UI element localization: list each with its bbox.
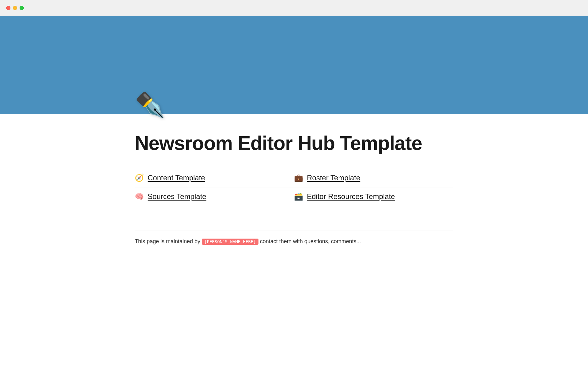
footer-text: This page is maintained by [PERSON'S NAM… — [135, 237, 453, 246]
page-title: Newsroom Editor Hub Template — [135, 132, 453, 154]
editor-resources-template-label: Editor Resources Template — [307, 192, 395, 201]
minimize-button[interactable] — [13, 6, 17, 10]
footer-placeholder: [PERSON'S NAME HERE] — [202, 239, 258, 245]
footer-area: This page is maintained by [PERSON'S NAM… — [135, 231, 453, 246]
sources-template-link[interactable]: 🧠 Sources Template — [135, 187, 294, 206]
footer-text-after: contact them with questions, comments... — [258, 238, 361, 244]
sources-template-label: Sources Template — [148, 192, 206, 201]
roster-template-label: Roster Template — [307, 174, 360, 182]
editor-resources-template-link[interactable]: 🗃️ Editor Resources Template — [294, 187, 453, 206]
roster-template-icon: 💼 — [294, 174, 303, 182]
content-template-icon: 🧭 — [135, 174, 144, 182]
maximize-button[interactable] — [20, 6, 24, 10]
links-grid: 🧭 Content Template 💼 Roster Template 🧠 S… — [135, 169, 453, 206]
footer-text-before: This page is maintained by — [135, 238, 202, 244]
close-button[interactable] — [6, 6, 10, 10]
page-icon-container: ✒️ — [135, 96, 453, 120]
window-chrome — [0, 0, 588, 16]
content-template-label: Content Template — [148, 174, 205, 182]
content-template-link[interactable]: 🧭 Content Template — [135, 169, 294, 187]
page-content: ✒️ Newsroom Editor Hub Template 🧭 Conten… — [80, 96, 508, 246]
sources-template-icon: 🧠 — [135, 192, 144, 201]
roster-template-link[interactable]: 💼 Roster Template — [294, 169, 453, 187]
editor-resources-template-icon: 🗃️ — [294, 192, 303, 201]
page-icon: ✒️ — [135, 93, 165, 117]
